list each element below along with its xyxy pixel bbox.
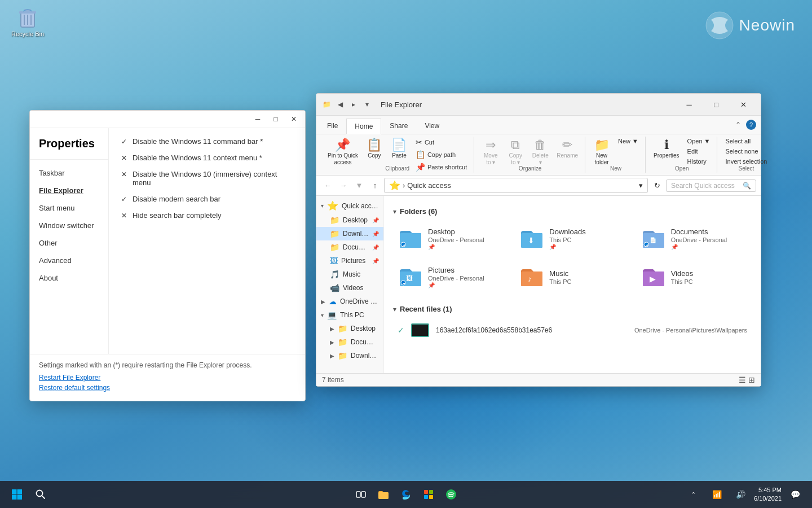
ribbon-btn-paste[interactable]: 📄 Paste xyxy=(387,137,411,161)
sidebar-item-documents[interactable]: 📁 Documents 📌 xyxy=(316,240,383,254)
ribbon-collapse-btn[interactable]: ⌃ xyxy=(732,119,744,130)
taskbar-search-button[interactable] xyxy=(30,484,51,505)
taskbar: ⌃ 📶 🔊 5:45 PM 6/10/2021 💬 xyxy=(0,481,812,508)
explorer-close-button[interactable]: ✕ xyxy=(730,96,756,113)
folders-chevron[interactable]: ▾ xyxy=(393,208,396,216)
nav-start-menu[interactable]: Start menu xyxy=(30,199,108,217)
sidebar-quick-access[interactable]: ▾ ⭐ Quick access xyxy=(316,198,383,213)
recent-locations-button[interactable]: ▼ xyxy=(352,179,366,192)
back-button[interactable]: ← xyxy=(321,179,334,192)
ribbon-open-small: Open ▼ Edit History xyxy=(684,137,714,166)
ribbon-content: 📌 Pin to Quickaccess 📋 Copy 📄 Paste ✂ Cu… xyxy=(316,134,761,175)
view-list-btn[interactable]: ☰ xyxy=(739,375,746,384)
ribbon-btn-new-item[interactable]: New ▼ xyxy=(615,137,642,146)
tab-view[interactable]: View xyxy=(416,118,448,134)
restore-defaults-link[interactable]: Restore default settings xyxy=(39,384,296,392)
folder-item-videos[interactable]: ▶ Videos This PC xyxy=(636,261,752,294)
folder-item-music[interactable]: ♪ Music This PC xyxy=(514,261,630,294)
taskbar-edge-btn[interactable] xyxy=(396,484,416,505)
ribbon-btn-delete[interactable]: 🗑 Delete▾ xyxy=(528,137,552,168)
titlebar-folder-icon[interactable]: 📁 xyxy=(321,99,332,110)
titlebar-fwd-icon[interactable]: ▸ xyxy=(348,99,359,110)
search-icon xyxy=(36,489,46,500)
close-button[interactable]: ✕ xyxy=(286,113,302,125)
path-dropdown-icon: ▾ xyxy=(639,181,643,190)
minimize-button[interactable]: ─ xyxy=(250,113,266,125)
titlebar-down-icon[interactable]: ▾ xyxy=(361,99,373,110)
nav-advanced[interactable]: Advanced xyxy=(30,252,108,269)
ribbon-btn-new-folder[interactable]: 📁 Newfolder xyxy=(590,137,614,168)
sidebar-pc-desktop[interactable]: ▶ 📁 Desktop xyxy=(316,322,383,335)
taskbar-notifications-btn[interactable]: 💬 xyxy=(785,484,805,505)
ribbon-btn-copy-to[interactable]: ⧉ Copyto ▾ xyxy=(504,137,527,168)
ribbon-btn-select-none[interactable]: Select none xyxy=(722,147,770,156)
folder-item-documents[interactable]: ☁ 📄 Documents OneDrive - Personal 📌 xyxy=(636,222,752,255)
tab-share[interactable]: Share xyxy=(381,118,416,134)
tab-home[interactable]: Home xyxy=(346,119,381,134)
address-path[interactable]: ⭐ › Quick access ▾ xyxy=(384,178,648,193)
restart-explorer-link[interactable]: Restart File Explorer xyxy=(39,374,296,382)
taskbar-task-view-btn[interactable] xyxy=(351,484,371,505)
folder-item-downloads[interactable]: ⬇ Downloads This PC 📌 xyxy=(514,222,630,255)
taskbar-chevron-btn[interactable]: ⌃ xyxy=(683,484,703,505)
refresh-button[interactable]: ↻ xyxy=(650,179,664,192)
sidebar-item-desktop[interactable]: 📁 Desktop 📌 xyxy=(316,213,383,227)
file-explorer-window: 📁 ◀ ▸ ▾ File Explorer ─ □ ✕ File Home Sh… xyxy=(316,93,761,387)
view-grid-btn[interactable]: ⊞ xyxy=(748,375,755,384)
folder-item-pictures[interactable]: ☁ 🖼 Pictures OneDrive - Personal 📌 xyxy=(393,261,509,294)
sidebar-pictures-label: Pictures xyxy=(341,257,369,265)
recent-file-item[interactable]: ✓ 163ae12cf6fa1062ed6a558b31ea57e6 OneDr… xyxy=(393,320,752,340)
ribbon-btn-select-all[interactable]: Select all xyxy=(722,137,770,146)
sidebar-item-music[interactable]: 🎵 Music xyxy=(316,268,383,281)
sidebar-onedrive[interactable]: ▶ ☁ OneDrive - Perso xyxy=(316,295,383,308)
sidebar-pc-downloads[interactable]: ▶ 📁 Downloads xyxy=(316,349,383,362)
recycle-bin[interactable]: Recycle Bin xyxy=(11,6,44,37)
folder-item-desktop[interactable]: ☁ Desktop OneDrive - Personal 📌 xyxy=(393,222,509,255)
taskbar-volume-btn[interactable]: 🔊 xyxy=(730,484,751,505)
nav-taskbar[interactable]: Taskbar xyxy=(30,164,108,182)
maximize-button[interactable]: □ xyxy=(268,113,284,125)
documents-pin: 📌 xyxy=(372,244,379,251)
ribbon-btn-rename[interactable]: ✏ Rename xyxy=(553,137,581,161)
footer-note: Settings marked with an (*) require rest… xyxy=(39,361,296,369)
pin-icon: 📌 xyxy=(335,139,350,151)
tab-file[interactable]: File xyxy=(319,118,346,134)
forward-button[interactable]: → xyxy=(337,179,350,192)
music-folder-svg: ♪ xyxy=(520,267,544,287)
sidebar-item-videos[interactable]: 📹 Videos xyxy=(316,281,383,295)
nav-about[interactable]: About xyxy=(30,269,108,287)
ribbon-btn-properties[interactable]: ℹ Properties xyxy=(650,137,683,161)
up-button[interactable]: ↑ xyxy=(368,179,382,192)
ribbon-btn-history[interactable]: History xyxy=(684,157,714,166)
ribbon-btn-open[interactable]: Open ▼ xyxy=(684,137,714,146)
nav-window-switcher[interactable]: Window switcher xyxy=(30,217,108,234)
ribbon-btn-copy-path[interactable]: 📋 Copy path xyxy=(412,149,470,160)
taskbar-store-btn[interactable] xyxy=(418,484,439,505)
search-box[interactable]: Search Quick access 🔍 xyxy=(666,179,756,192)
sidebar-item-pictures[interactable]: 🖼 Pictures 📌 xyxy=(316,254,383,268)
nav-file-explorer[interactable]: File Explorer xyxy=(30,182,108,199)
explorer-minimize-button[interactable]: ─ xyxy=(676,96,702,113)
ribbon-btn-move-to[interactable]: ⇒ Moveto ▾ xyxy=(479,137,502,168)
nav-other[interactable]: Other xyxy=(30,234,108,252)
taskbar-start-button[interactable] xyxy=(7,484,27,505)
titlebar-back-icon[interactable]: ◀ xyxy=(334,99,346,110)
ribbon-btn-edit[interactable]: Edit xyxy=(684,147,714,156)
recent-chevron[interactable]: ▾ xyxy=(393,305,396,313)
sidebar-pc-documents[interactable]: ▶ 📁 Documents xyxy=(316,335,383,349)
pc-downloads-icon: 📁 xyxy=(338,351,347,360)
qa-star-icon: ⭐ xyxy=(327,200,338,211)
svg-rect-25 xyxy=(361,492,365,497)
ribbon-btn-cut[interactable]: ✂ Cut xyxy=(412,137,470,148)
sidebar-this-pc[interactable]: ▾ 💻 This PC xyxy=(316,308,383,322)
ribbon-btn-copy[interactable]: 📋 Copy xyxy=(363,137,386,161)
taskbar-clock[interactable]: 5:45 PM 6/10/2021 xyxy=(754,486,782,503)
sidebar-item-downloads[interactable]: 📁 Downloads 📌 xyxy=(316,227,383,240)
ribbon-btn-pin-quick-access[interactable]: 📌 Pin to Quickaccess xyxy=(324,137,361,168)
ribbon-help-btn[interactable]: ? xyxy=(746,120,756,130)
ribbon-btn-invert-selection[interactable]: Invert selection xyxy=(722,157,770,166)
taskbar-spotify-btn[interactable] xyxy=(441,484,461,505)
explorer-maximize-button[interactable]: □ xyxy=(703,96,729,113)
taskbar-file-explorer-btn[interactable] xyxy=(373,484,394,505)
taskbar-network-btn[interactable]: 📶 xyxy=(707,484,727,505)
